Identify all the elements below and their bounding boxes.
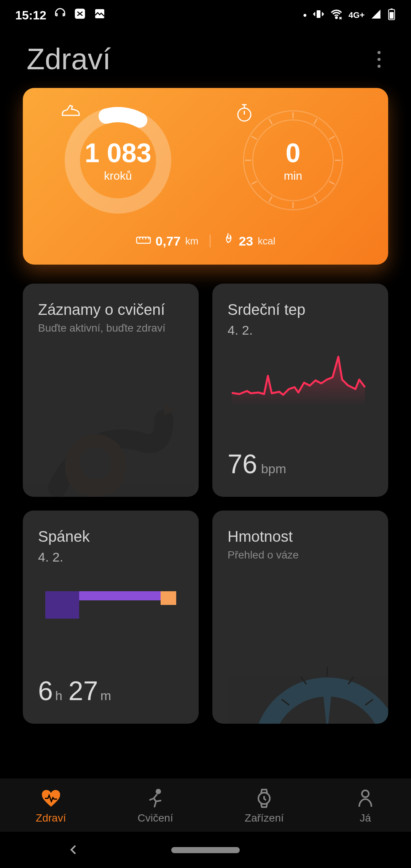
card-subtitle: Přehled o váze xyxy=(228,549,373,561)
distance-stat: 0,77 km xyxy=(136,234,199,249)
svg-line-15 xyxy=(329,181,335,184)
nav-exercise[interactable]: Cvičení xyxy=(138,788,173,824)
sleep-hours: 6 xyxy=(38,676,53,706)
svg-line-22 xyxy=(269,119,272,124)
svg-rect-24 xyxy=(137,237,150,243)
card-date: 4. 2. xyxy=(38,550,183,565)
headphones-icon xyxy=(54,8,66,23)
watch-icon xyxy=(254,788,274,808)
calories-stat: 23 kcal xyxy=(222,233,275,249)
svg-line-18 xyxy=(269,196,272,202)
svg-point-32 xyxy=(156,790,160,793)
status-time: 15:12 xyxy=(15,8,46,22)
steps-ring: 1 083 kroků xyxy=(61,103,175,217)
exercise-records-card[interactable]: Záznamy o cvičení Buďte aktivní, buďte z… xyxy=(23,284,199,497)
svg-point-25 xyxy=(80,447,112,479)
svg-line-13 xyxy=(329,136,335,139)
person-icon xyxy=(355,788,375,808)
gauge-icon xyxy=(259,623,388,724)
battery-icon xyxy=(387,8,396,23)
divider xyxy=(210,235,210,247)
sleep-hours-unit: h xyxy=(55,688,62,703)
svg-point-9 xyxy=(244,111,342,210)
sleep-chart xyxy=(45,591,176,619)
nav-devices[interactable]: Zařízení xyxy=(245,788,284,824)
more-menu-button[interactable] xyxy=(374,47,384,72)
svg-line-16 xyxy=(314,196,317,202)
page-title: Zdraví xyxy=(27,42,111,77)
svg-rect-6 xyxy=(390,12,394,18)
sleep-card[interactable]: Spánek 4. 2. 6 h 27 m xyxy=(23,511,199,724)
svg-line-21 xyxy=(252,136,257,139)
svg-rect-5 xyxy=(390,8,392,10)
wifi-icon xyxy=(330,8,342,23)
network-label: 4G+ xyxy=(349,10,365,20)
activity-summary-card[interactable]: 1 083 kroků 0 min xyxy=(23,88,388,265)
back-button[interactable] xyxy=(68,841,80,860)
minutes-ring: 0 min xyxy=(236,103,350,217)
system-nav xyxy=(0,832,411,868)
heart-icon xyxy=(41,788,61,808)
card-title: Spánek xyxy=(38,528,183,545)
card-title: Srdeční tep xyxy=(228,301,373,318)
vibrate-icon xyxy=(313,8,324,22)
route-icon xyxy=(42,389,179,497)
app-header: Zdraví xyxy=(0,27,411,88)
status-bar: 15:12 • 4G+ xyxy=(0,0,411,27)
bottom-nav: Zdraví Cvičení Zařízení Já xyxy=(0,779,411,832)
heart-rate-chart xyxy=(228,353,373,406)
svg-line-19 xyxy=(252,181,257,184)
nav-health[interactable]: Zdraví xyxy=(36,788,66,824)
heart-rate-unit: bpm xyxy=(261,461,286,476)
sleep-mins: 27 xyxy=(68,676,98,706)
flame-icon xyxy=(222,233,234,249)
heart-rate-card[interactable]: Srdeční tep 4. 2. 76 bpm xyxy=(212,284,388,497)
svg-point-10 xyxy=(253,120,333,201)
sleep-mins-unit: m xyxy=(100,688,111,703)
svg-rect-2 xyxy=(317,10,320,18)
card-title: Záznamy o cvičení xyxy=(38,301,183,318)
home-pill[interactable] xyxy=(171,847,240,853)
svg-point-34 xyxy=(362,790,369,797)
nav-me[interactable]: Já xyxy=(355,788,375,824)
svg-point-7 xyxy=(72,115,164,206)
heart-rate-value: 76 xyxy=(228,449,257,479)
dot-icon: • xyxy=(303,10,307,21)
ruler-icon xyxy=(136,234,151,249)
app-icon xyxy=(74,8,86,23)
svg-line-12 xyxy=(314,119,317,124)
card-title: Hmotnost xyxy=(228,528,373,545)
signal-icon xyxy=(371,9,381,22)
running-icon xyxy=(145,788,165,808)
weight-card[interactable]: Hmotnost Přehled o váze xyxy=(212,511,388,724)
svg-point-3 xyxy=(336,17,337,18)
card-subtitle: Buďte aktivní, buďte zdraví xyxy=(38,322,183,334)
card-date: 4. 2. xyxy=(228,323,373,338)
image-icon xyxy=(94,8,106,23)
